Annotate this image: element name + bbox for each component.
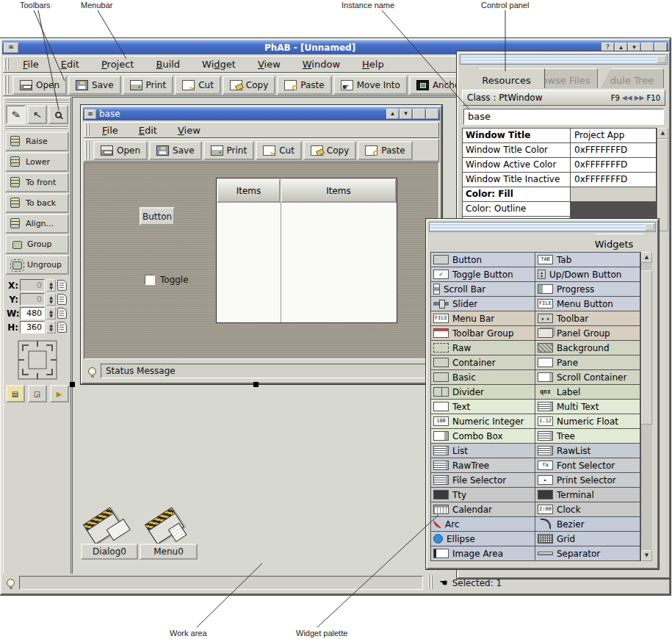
menu-view[interactable]: View bbox=[172, 123, 206, 137]
menu-window[interactable]: Window bbox=[297, 57, 346, 71]
widget-item-container[interactable]: Container bbox=[431, 355, 535, 369]
system-menu-icon[interactable]: ≡ bbox=[4, 43, 18, 53]
widget-item-background[interactable]: Background bbox=[535, 341, 640, 355]
widget-item-menu-bar[interactable]: FILEMenu Bar bbox=[431, 311, 535, 325]
menu-edit[interactable]: Edit bbox=[133, 123, 163, 137]
widget-item-multi-text[interactable]: Multi Text bbox=[535, 400, 640, 414]
close-button[interactable] bbox=[426, 109, 438, 119]
menu-build[interactable]: Build bbox=[150, 57, 186, 71]
menubar-grip[interactable] bbox=[85, 124, 90, 136]
base-titlebar[interactable]: ≡ base ▴▾ bbox=[83, 107, 440, 120]
widget-item-toolbar[interactable]: Toolbar bbox=[535, 311, 640, 325]
widget-item-numeric-integer[interactable]: 100Numeric Integer bbox=[431, 414, 535, 428]
palette-scrollbar[interactable]: ▲ ▼ bbox=[640, 252, 652, 561]
widget-item-print-selector[interactable]: Print Selector bbox=[535, 473, 640, 487]
widget-item-grid[interactable]: Grid bbox=[535, 532, 640, 546]
sidebar-button-raise[interactable]: Raise bbox=[5, 131, 69, 151]
widget-item-text[interactable]: Text bbox=[431, 400, 535, 414]
menu-view[interactable]: View bbox=[252, 57, 286, 71]
geometry-field-h-[interactable]: 360 bbox=[20, 321, 45, 333]
system-menu-icon[interactable]: ≡ bbox=[84, 109, 96, 119]
tab-dule-tree[interactable]: dule Tree bbox=[601, 68, 664, 88]
resource-row[interactable]: Window Title Inactive0xFFFFFFFD bbox=[463, 173, 656, 187]
widget-item-list[interactable]: List bbox=[431, 444, 535, 458]
widget-item-separator[interactable]: Separator bbox=[535, 546, 640, 560]
canvas-toggle-widget[interactable]: Toggle bbox=[145, 275, 189, 285]
widget-item-arc[interactable]: Arc bbox=[431, 517, 535, 531]
resource-scrollbar[interactable]: ▲ bbox=[657, 128, 668, 231]
divider-split[interactable] bbox=[281, 203, 281, 322]
sidebar-button-lower[interactable]: Lower bbox=[5, 152, 69, 172]
toolbar-grip[interactable] bbox=[4, 76, 10, 94]
resource-row[interactable]: Color: Fill bbox=[463, 187, 656, 202]
geometry-field-w-[interactable]: 480 bbox=[20, 307, 45, 320]
resource-row[interactable]: Window TitleProject App bbox=[463, 129, 656, 143]
zoom-button[interactable]: ▾ bbox=[400, 109, 412, 119]
lock-icon[interactable] bbox=[57, 322, 67, 333]
lock-icon[interactable] bbox=[57, 294, 67, 305]
panel-menu-button[interactable] bbox=[645, 223, 654, 231]
spinner-icon[interactable]: ▲▼ bbox=[46, 279, 56, 292]
widget-item-up-down-button[interactable]: ▲▼Up/Down Button bbox=[535, 267, 640, 281]
menu-file[interactable]: File bbox=[96, 123, 124, 137]
prev-resource-button[interactable]: ◀◀ bbox=[622, 94, 632, 101]
toolbar-button-cut[interactable]: Cut bbox=[175, 76, 221, 95]
widget-item-panel-group[interactable]: Panel Group bbox=[535, 326, 640, 340]
toolbar-button-save[interactable]: Save bbox=[68, 76, 120, 95]
dialog-module-icon[interactable] bbox=[87, 514, 131, 544]
toolbar-button-print[interactable]: Print bbox=[203, 141, 255, 160]
widget-item-progress[interactable]: Progress bbox=[535, 282, 640, 296]
widget-item-scroll-container[interactable]: Scroll Container bbox=[535, 370, 640, 384]
toolbar-grip[interactable] bbox=[85, 141, 90, 159]
menubar-grip[interactable] bbox=[4, 58, 10, 71]
module-dialog0[interactable]: Dialog0 bbox=[81, 544, 138, 560]
widget-item-clock[interactable]: 2:00Clock bbox=[535, 502, 640, 516]
menu-edit[interactable]: Edit bbox=[55, 57, 85, 71]
instance-name-input[interactable]: base bbox=[463, 109, 664, 125]
module-menu0[interactable]: Menu0 bbox=[140, 544, 198, 560]
widget-item-slider[interactable]: Slider bbox=[431, 297, 535, 311]
lock-icon[interactable] bbox=[57, 280, 67, 291]
widget-item-label[interactable]: qnxLabel bbox=[535, 385, 640, 399]
next-resource-button[interactable]: ▶▶ bbox=[635, 94, 645, 101]
widget-item-tty[interactable]: Tty bbox=[431, 488, 535, 502]
sidebar-button-ungroup[interactable]: Ungroup bbox=[5, 255, 69, 275]
spinner-icon[interactable]: ▲▼ bbox=[46, 293, 56, 306]
widget-item-combo-box[interactable]: Combo Box bbox=[431, 429, 535, 443]
widget-item-tab[interactable]: TABTab bbox=[535, 253, 640, 267]
widget-item-tree[interactable]: Tree bbox=[535, 429, 640, 443]
selection-handle[interactable] bbox=[253, 382, 259, 387]
toolbar-button-move-into[interactable]: Move Into bbox=[333, 76, 408, 95]
toolbar-button-print[interactable]: Print bbox=[123, 76, 174, 95]
canvas-divider-widget[interactable]: Items Items bbox=[216, 178, 397, 323]
checkbox-icon[interactable] bbox=[145, 275, 155, 285]
collapse-button[interactable]: ▴ bbox=[386, 109, 399, 119]
max-button[interactable] bbox=[413, 109, 425, 119]
widget-item-toggle-button[interactable]: Toggle Button bbox=[431, 267, 535, 281]
sidebar-button-group[interactable]: Group bbox=[5, 234, 69, 254]
divider-header[interactable]: Items bbox=[217, 178, 281, 203]
divider-header[interactable]: Items bbox=[281, 178, 397, 203]
scroll-down-icon[interactable]: ▼ bbox=[641, 550, 652, 561]
selection-handle[interactable] bbox=[70, 382, 75, 387]
tab-resources[interactable]: Resources bbox=[469, 68, 545, 88]
widget-item-terminal[interactable]: Terminal bbox=[535, 488, 640, 502]
sidebar-button-align-[interactable]: Align... bbox=[5, 214, 69, 234]
resource-row[interactable]: Window Active Color0xFFFFFFFD bbox=[463, 158, 656, 173]
widget-item-calendar[interactable]: Calendar bbox=[431, 502, 535, 516]
widget-item-ellipse[interactable]: Ellipse bbox=[431, 532, 535, 546]
spinner-icon[interactable]: ▲▼ bbox=[46, 307, 56, 320]
widget-item-divider[interactable]: Divider bbox=[431, 385, 535, 399]
canvas-button-widget[interactable]: Button bbox=[140, 207, 175, 225]
widget-item-rawlist[interactable]: RawList bbox=[535, 444, 640, 458]
control-panel-titlebar[interactable] bbox=[460, 54, 668, 65]
geometry-field-x-[interactable]: 0 bbox=[20, 279, 45, 292]
widget-item-rawtree[interactable]: RawTree bbox=[431, 458, 535, 472]
widget-item-button[interactable]: Button bbox=[431, 253, 535, 267]
widget-item-scroll-bar[interactable]: Scroll Bar bbox=[431, 282, 535, 296]
panel-menu-button[interactable] bbox=[657, 56, 666, 63]
menu-project[interactable]: Project bbox=[95, 57, 140, 71]
toolbar-button-open[interactable]: Open bbox=[12, 76, 67, 95]
menu-help[interactable]: Help bbox=[356, 57, 390, 71]
spinner-icon[interactable]: ▲▼ bbox=[46, 321, 56, 333]
